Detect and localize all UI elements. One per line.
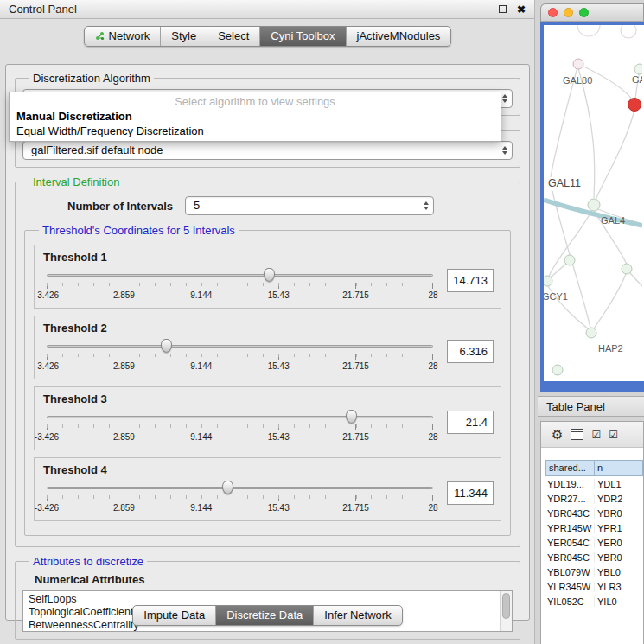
table-row[interactable]: YER054CYER0 bbox=[541, 535, 643, 550]
threshold-3-slider[interactable]: -3.426 2.859 9.144 15.43 21.715 28 bbox=[41, 409, 438, 448]
cell[interactable]: YDR27... bbox=[545, 494, 595, 504]
table-row[interactable]: YBL079WYBL0 bbox=[541, 564, 643, 579]
table-body: YDL19...YDL1 YDR27...YDR2 YBR043CYBR0 YP… bbox=[541, 476, 643, 609]
tab-impute-data[interactable]: Impute Data bbox=[133, 606, 216, 625]
tab-jactivemnodules[interactable]: jActiveMNodules bbox=[347, 27, 451, 46]
cyni-toolbox-panel: Discretization Algorithm Select algorith… bbox=[5, 64, 530, 621]
tab-style[interactable]: Style bbox=[161, 27, 207, 46]
network-node[interactable] bbox=[634, 64, 642, 74]
popup-option-equal-width[interactable]: Equal Width/Frequency Discretization bbox=[10, 124, 501, 138]
table-panel-header: Table Panel bbox=[538, 396, 644, 417]
tab-infer-network[interactable]: Infer Network bbox=[314, 606, 401, 625]
discretization-algorithm-group-title: Discretization Algorithm bbox=[29, 72, 154, 85]
slider-thumb[interactable] bbox=[346, 410, 357, 424]
network-node[interactable] bbox=[564, 255, 575, 265]
column-header-name[interactable]: n bbox=[595, 460, 643, 476]
tab-network[interactable]: Network bbox=[85, 27, 162, 46]
network-node[interactable] bbox=[586, 328, 596, 338]
table-row[interactable]: YDL19...YDL1 bbox=[541, 476, 643, 491]
gear-icon[interactable]: ⚙ bbox=[552, 428, 563, 441]
cell[interactable]: YDR2 bbox=[595, 494, 643, 504]
attributes-group: Attributes to discretize Numerical Attri… bbox=[15, 555, 520, 640]
network-window-frame: GAL80 GA GAL11 GAL4 GCY1 HAP2 bbox=[540, 22, 644, 392]
threshold-1-value-field[interactable]: 14.713 bbox=[447, 269, 494, 292]
table-row[interactable]: YIL052CYIL0 bbox=[541, 594, 643, 609]
tick-label: 15.43 bbox=[268, 432, 290, 442]
cell[interactable]: YBR0 bbox=[595, 508, 643, 519]
slider-thumb[interactable] bbox=[222, 481, 233, 494]
zoom-traffic-light[interactable] bbox=[579, 8, 589, 17]
network-node[interactable] bbox=[622, 264, 632, 274]
tick-label: -3.426 bbox=[35, 503, 59, 513]
table-row[interactable]: YBR045CYBR0 bbox=[541, 550, 643, 564]
cell[interactable]: YLR3 bbox=[595, 582, 643, 592]
cell[interactable]: YIL0 bbox=[595, 596, 643, 607]
threshold-2-value-field[interactable]: 6.316 bbox=[447, 340, 494, 363]
node-label: GA bbox=[632, 74, 642, 85]
tick-label: 21.715 bbox=[342, 432, 369, 442]
cell[interactable]: YIL052C bbox=[545, 596, 595, 607]
combobox-stepper-icon bbox=[424, 201, 429, 210]
combobox-stepper-icon bbox=[502, 146, 507, 155]
cell[interactable]: YER054C bbox=[545, 538, 595, 548]
tab-discretize-data[interactable]: Discretize Data bbox=[216, 606, 314, 625]
cell[interactable]: YBR045C bbox=[545, 552, 595, 563]
tick-label: 15.43 bbox=[268, 503, 290, 513]
threshold-2-slider[interactable]: -3.426 2.859 9.144 15.43 21.715 28 bbox=[41, 338, 438, 377]
tab-infer-network-label: Infer Network bbox=[324, 609, 391, 622]
tab-select[interactable]: Select bbox=[207, 27, 260, 46]
tick-label: 2.859 bbox=[113, 432, 135, 442]
tab-cyni-toolbox[interactable]: Cyni Toolbox bbox=[260, 27, 346, 46]
app-root: Control Panel ✖ Network bbox=[0, 0, 644, 644]
tab-cyni-toolbox-label: Cyni Toolbox bbox=[271, 29, 335, 42]
table-data-combobox[interactable]: galFiltered.sif default node bbox=[22, 141, 513, 160]
cell[interactable]: YER0 bbox=[595, 538, 643, 548]
numerical-attributes-label: Numerical Attributes bbox=[35, 573, 513, 586]
close-traffic-light[interactable] bbox=[548, 8, 558, 17]
cell[interactable]: YPR145W bbox=[545, 523, 595, 533]
table-row[interactable]: YLR345WYLR3 bbox=[541, 579, 643, 594]
popup-option-manual-discretization[interactable]: Manual Discretization bbox=[10, 109, 501, 124]
network-node[interactable] bbox=[544, 276, 552, 286]
columns-icon[interactable] bbox=[571, 429, 583, 440]
float-window-icon[interactable] bbox=[499, 5, 507, 13]
table-row[interactable]: YPR145WYPR1 bbox=[541, 520, 643, 535]
cell[interactable]: YDL1 bbox=[595, 479, 643, 489]
checkbox-icon[interactable]: ☑ bbox=[591, 430, 601, 440]
network-node[interactable] bbox=[588, 199, 600, 211]
node-label: HAP2 bbox=[598, 343, 623, 354]
cell[interactable]: YBR0 bbox=[595, 552, 643, 563]
threshold-4-value-field[interactable]: 11.344 bbox=[447, 481, 494, 505]
popup-placeholder-text: Select algorithm to view settings bbox=[10, 94, 501, 109]
network-canvas[interactable]: GAL80 GA GAL11 GAL4 GCY1 HAP2 bbox=[544, 25, 644, 381]
minimize-traffic-light[interactable] bbox=[564, 8, 573, 17]
cell[interactable]: YBL0 bbox=[595, 567, 643, 577]
tick-label: 28 bbox=[428, 432, 437, 442]
tab-network-label: Network bbox=[109, 29, 150, 42]
table-row[interactable]: YBR043CYBR0 bbox=[541, 506, 643, 520]
right-column: GAL80 GA GAL11 GAL4 GCY1 HAP2 Table Pane… bbox=[538, 0, 644, 644]
cell[interactable]: YLR345W bbox=[545, 582, 595, 592]
cell[interactable]: YPR1 bbox=[595, 523, 643, 533]
network-node[interactable] bbox=[552, 365, 563, 375]
column-header-shared[interactable]: shared... bbox=[545, 460, 595, 476]
cell[interactable]: YBR043C bbox=[545, 508, 595, 519]
checkbox-icon[interactable]: ☑ bbox=[609, 430, 618, 440]
cell[interactable]: YBL079W bbox=[545, 567, 595, 577]
node-label: GCY1 bbox=[544, 291, 568, 302]
slider-thumb[interactable] bbox=[161, 339, 172, 353]
slider-thumb[interactable] bbox=[264, 268, 275, 282]
tab-select-label: Select bbox=[218, 29, 249, 42]
close-icon[interactable]: ✖ bbox=[517, 4, 526, 15]
number-of-intervals-combobox[interactable]: 5 bbox=[185, 196, 434, 215]
selected-red-node[interactable] bbox=[628, 99, 641, 112]
cell[interactable]: YDL19... bbox=[545, 479, 595, 489]
table-row[interactable]: YDR27...YDR2 bbox=[541, 491, 643, 506]
list-item[interactable]: SelfLoops bbox=[29, 593, 498, 606]
threshold-3-value-field[interactable]: 21.4 bbox=[447, 411, 494, 434]
threshold-4-slider[interactable]: -3.426 2.859 9.144 15.43 21.715 28 bbox=[41, 480, 438, 519]
tick-label: 9.144 bbox=[190, 432, 212, 442]
tick-label: 21.715 bbox=[342, 290, 369, 300]
threshold-1-slider[interactable]: -3.426 2.859 9.144 15.43 21.715 28 bbox=[41, 267, 438, 306]
network-node[interactable] bbox=[573, 59, 583, 69]
